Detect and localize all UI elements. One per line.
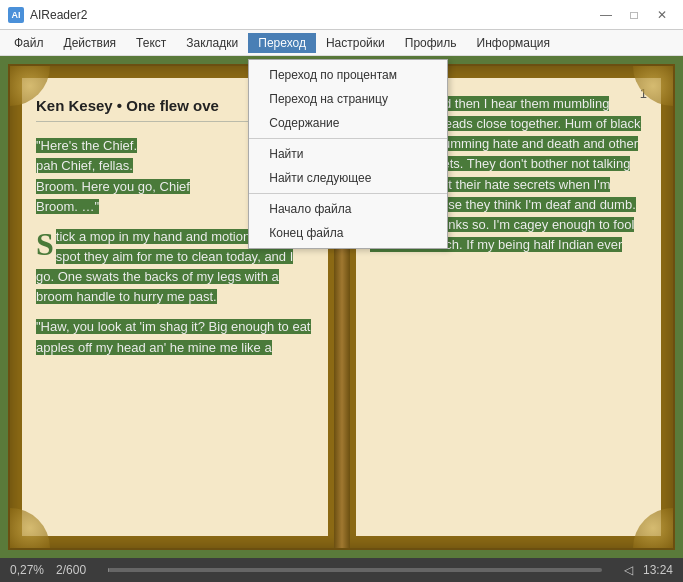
app-icon: AI [8, 7, 24, 23]
dropdown-find[interactable]: Найти [249, 142, 447, 166]
status-icon: ◁ [624, 563, 633, 577]
title-bar-controls: — □ ✕ [593, 4, 675, 26]
status-progress-fill [108, 568, 109, 572]
title-bar: AI AIReader2 — □ ✕ [0, 0, 683, 30]
status-time: 13:24 [643, 563, 673, 577]
highlight-quote-3: Broom. Here you go, Chief [36, 179, 190, 194]
dropdown-separator-1 [249, 138, 447, 139]
title-bar-left: AI AIReader2 [8, 7, 87, 23]
dropdown-file-start[interactable]: Начало файла [249, 197, 447, 221]
menu-settings[interactable]: Настройки [316, 30, 395, 55]
menu-bookmarks[interactable]: Закладки [176, 30, 248, 55]
minimize-button[interactable]: — [593, 4, 619, 26]
status-percent: 0,27% [10, 563, 44, 577]
dropdown-toc[interactable]: Содержание [249, 111, 447, 135]
highlight-quote-4: Broom. …" [36, 199, 99, 214]
dropdown-goto-percent[interactable]: Переход по процентам [249, 63, 447, 87]
menu-info[interactable]: Информация [467, 30, 560, 55]
status-bar: 0,27% 2/600 ◁ 13:24 [0, 558, 683, 582]
app-title: AIReader2 [30, 8, 87, 22]
dropdown-separator-2 [249, 193, 447, 194]
close-button[interactable]: ✕ [649, 4, 675, 26]
menu-goto-container: Переход Переход по процентам Переход на … [248, 33, 316, 53]
menu-goto[interactable]: Переход [248, 33, 316, 53]
drop-cap: S [36, 227, 54, 258]
dropdown-goto-page[interactable]: Переход на страницу [249, 87, 447, 111]
maximize-button[interactable]: □ [621, 4, 647, 26]
menu-text[interactable]: Текст [126, 30, 176, 55]
page-number: 1 [640, 84, 647, 104]
menu-bar: Файл Действия Текст Закладки Переход Пер… [0, 30, 683, 56]
status-left: 0,27% 2/600 [10, 563, 86, 577]
dropdown-file-end[interactable]: Конец файла [249, 221, 447, 245]
menu-profile[interactable]: Профиль [395, 30, 467, 55]
left-paragraph-3: "Haw, you look at 'im shag it? Big enoug… [36, 317, 314, 357]
highlight-quote-2: pah Chief, fellas. [36, 158, 133, 173]
status-right: ◁ 13:24 [624, 563, 673, 577]
status-pages: 2/600 [56, 563, 86, 577]
dropdown-find-next[interactable]: Найти следующее [249, 166, 447, 190]
menu-file[interactable]: Файл [4, 30, 54, 55]
status-progress-bar[interactable] [108, 568, 602, 572]
menu-actions[interactable]: Действия [54, 30, 127, 55]
highlight-quote: "Here's the Chief. [36, 138, 137, 153]
dropdown-menu: Переход по процентам Переход на страницу… [248, 59, 448, 249]
highlight-body-2: "Haw, you look at 'im shag it? Big enoug… [36, 319, 311, 354]
